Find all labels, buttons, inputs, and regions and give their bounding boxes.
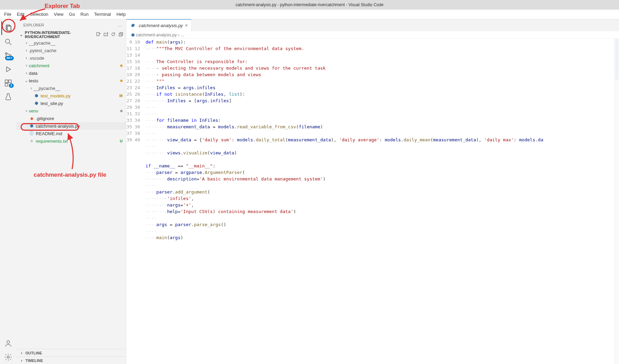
editor-tab[interactable]: ⬢ catchment-analysis.py ×: [126, 19, 192, 31]
py-file-icon: ⬢: [34, 101, 39, 106]
git-dot: [120, 110, 123, 112]
sidebar: EXPLORER … ⌄ PYTHON-INTERMEDIATE-RIVERCA…: [16, 19, 126, 364]
chevron-right-icon: ›: [19, 358, 24, 363]
info-file-icon: ⓘ: [29, 131, 34, 136]
settings-gear-icon[interactable]: [1, 350, 15, 364]
chevron-icon: ›: [24, 71, 29, 75]
tree-item[interactable]: ›__pycache__: [16, 84, 126, 92]
svg-marker-7: [7, 67, 11, 72]
git-dot: [120, 64, 123, 67]
tree-item[interactable]: ≡requirements.txtU: [16, 137, 126, 145]
menu-view[interactable]: View: [51, 10, 66, 18]
panel-label: OUTLINE: [25, 351, 42, 355]
tree-item-label: .vscode: [29, 56, 44, 61]
tree-item-label: tests: [29, 78, 38, 83]
search-icon[interactable]: [1, 35, 15, 49]
tree-item[interactable]: ⬢catchment-analysis.py: [16, 122, 126, 130]
tree-item-label: requirements.txt: [36, 139, 68, 144]
menu-bar: FileEditSelectionViewGoRunTerminalHelp: [0, 10, 619, 19]
panel-outline[interactable]: ›OUTLINE: [16, 349, 126, 356]
tree-item-label: .gitignore: [36, 116, 54, 121]
svg-point-12: [7, 356, 9, 358]
minimap[interactable]: [614, 39, 619, 364]
py-file-icon: ⬢: [29, 123, 34, 129]
close-icon[interactable]: ×: [185, 23, 188, 28]
menu-go[interactable]: Go: [66, 10, 78, 18]
folder-header[interactable]: ⌄ PYTHON-INTERMEDIATE-RIVERCATCHMENT: [16, 31, 126, 38]
git-status: M: [119, 94, 123, 98]
explorer-icon[interactable]: [1, 21, 15, 35]
new-file-icon[interactable]: [96, 32, 101, 37]
badge: 2: [9, 83, 14, 88]
window-title: catchment-analysis.py - python-intermedi…: [236, 2, 383, 7]
txt-file-icon: ≡: [29, 138, 34, 144]
sidebar-header: EXPLORER …: [16, 19, 126, 31]
py-file-icon: ⬢: [34, 93, 39, 98]
git-file-icon: ◆: [29, 116, 34, 121]
breadcrumb[interactable]: ⬢ catchment-analysis.py›...: [126, 31, 619, 39]
tree-item[interactable]: ›.vscode: [16, 54, 126, 62]
breadcrumb-item[interactable]: ⬢ catchment-analysis.py: [131, 33, 177, 37]
menu-edit[interactable]: Edit: [14, 10, 27, 18]
chevron-icon: ⌄: [24, 78, 29, 83]
svg-rect-13: [97, 33, 99, 36]
tree-item-label: catchment-analysis.py: [36, 124, 80, 129]
svg-rect-8: [5, 80, 8, 83]
breadcrumb-item[interactable]: ...: [181, 33, 184, 37]
chevron-icon: ›: [24, 108, 29, 113]
menu-terminal[interactable]: Terminal: [91, 10, 114, 18]
menu-file[interactable]: File: [1, 10, 14, 18]
tree-item[interactable]: ›.pytest_cache: [16, 47, 126, 54]
menu-selection[interactable]: Selection: [27, 10, 51, 18]
chevron-icon: ›: [24, 40, 29, 45]
tree-item[interactable]: ⌄tests: [16, 77, 126, 84]
line-gutter: 9 10 11 12 13 14 15 16 17 18 19 20 21 22…: [126, 39, 146, 364]
menu-help[interactable]: Help: [114, 10, 128, 18]
tab-label: catchment-analysis.py: [139, 23, 183, 28]
sidebar-title: EXPLORER: [23, 23, 44, 27]
svg-rect-10: [5, 83, 8, 86]
source-control-icon[interactable]: 5K+: [1, 49, 15, 62]
tree-item[interactable]: ⬢test_site.py: [16, 99, 126, 107]
chevron-icon: ›: [24, 56, 29, 60]
tree-item[interactable]: ⬢test_models.pyM: [16, 92, 126, 99]
file-tree: ›__pycache__›.pytest_cache›.vscode›catch…: [16, 38, 126, 349]
tree-item[interactable]: ›data: [16, 69, 126, 77]
tree-item[interactable]: ›__pycache__: [16, 39, 126, 47]
tree-item[interactable]: ›venv: [16, 107, 126, 115]
sidebar-more-button[interactable]: …: [118, 23, 122, 27]
menu-run[interactable]: Run: [78, 10, 91, 18]
chevron-right-icon: ›: [19, 351, 24, 355]
tree-item[interactable]: ⓘREADME.md: [16, 130, 126, 137]
extensions-icon[interactable]: 2: [1, 76, 15, 90]
tree-item-label: venv: [29, 108, 38, 114]
folder-name: PYTHON-INTERMEDIATE-RIVERCATCHMENT: [25, 31, 96, 39]
tree-item-label: catchment: [29, 63, 49, 68]
refresh-icon[interactable]: [111, 32, 116, 37]
svg-point-2: [5, 39, 10, 43]
tree-item-label: test_models.py: [41, 93, 70, 98]
chevron-icon: ›: [29, 86, 34, 91]
new-folder-icon[interactable]: [103, 32, 108, 37]
svg-rect-9: [9, 80, 11, 83]
activity-bar: 5K+2: [0, 19, 16, 364]
editor-tabs: ⬢ catchment-analysis.py ×: [126, 19, 619, 31]
code-content[interactable]: def main(args): ····"""The MVC Controlle…: [146, 39, 619, 364]
tree-item-label: README.md: [36, 131, 62, 136]
python-file-icon: ⬢: [130, 23, 135, 28]
tree-item-label: __pycache__: [34, 86, 60, 91]
git-status: U: [120, 139, 123, 143]
tree-item-label: .pytest_cache: [29, 48, 56, 53]
chevron-icon: ›: [24, 63, 29, 68]
tree-item-label: data: [29, 71, 37, 76]
tree-item[interactable]: ›catchment: [16, 62, 126, 69]
tree-item[interactable]: ◆.gitignore: [16, 115, 126, 122]
code-editor[interactable]: 9 10 11 12 13 14 15 16 17 18 19 20 21 22…: [126, 39, 619, 364]
run-debug-icon[interactable]: [1, 62, 15, 76]
accounts-icon[interactable]: [1, 337, 15, 350]
panel-timeline[interactable]: ›TIMELINE: [16, 356, 126, 364]
collapse-all-icon[interactable]: [118, 32, 123, 37]
badge: 5K+: [5, 56, 14, 60]
tree-item-label: __pycache__: [29, 40, 55, 46]
testing-icon[interactable]: [1, 90, 15, 104]
